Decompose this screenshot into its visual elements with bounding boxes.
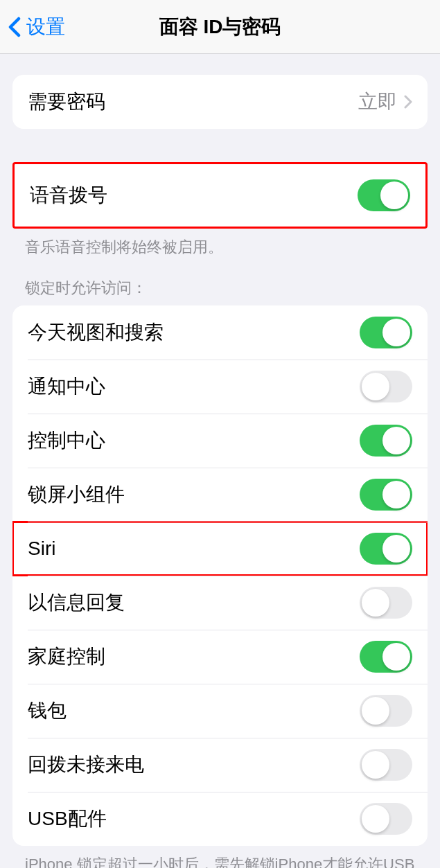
- usb-footer: iPhone 锁定超过一小时后，需先解锁iPhone才能允许USB 配件连接。: [0, 846, 440, 868]
- toggle-knob: [382, 535, 410, 563]
- locked-item-toggle[interactable]: [360, 479, 412, 511]
- toggle-knob: [362, 373, 389, 400]
- locked-item-row: 控制中心: [12, 414, 428, 468]
- locked-item-label: Siri: [28, 538, 55, 560]
- locked-item-row: 以信息回复: [12, 576, 428, 630]
- row-right: 立即: [358, 89, 412, 115]
- locked-item-row: 今天视图和搜索: [12, 305, 428, 360]
- locked-item-label: 今天视图和搜索: [28, 319, 164, 346]
- voice-dial-label: 语音拨号: [30, 182, 107, 209]
- locked-item-toggle[interactable]: [360, 533, 412, 565]
- require-passcode-row[interactable]: 需要密码 立即: [12, 75, 428, 129]
- back-button[interactable]: 设置: [0, 14, 65, 40]
- locked-item-row: 锁屏小组件: [12, 468, 428, 522]
- locked-access-header: 锁定时允许访问：: [0, 258, 440, 305]
- locked-item-toggle[interactable]: [360, 749, 412, 781]
- page-title: 面容 ID与密码: [159, 14, 281, 40]
- voice-dial-toggle[interactable]: [358, 179, 410, 211]
- locked-item-row: 钱包: [12, 684, 428, 738]
- locked-item-label: 回拨未接来电: [28, 752, 144, 778]
- locked-access-section: 今天视图和搜索通知中心控制中心锁屏小组件Siri以信息回复家庭控制钱包回拨未接来…: [12, 305, 428, 846]
- nav-bar: 设置 面容 ID与密码: [0, 0, 440, 54]
- locked-item-row: 通知中心: [12, 360, 428, 414]
- toggle-knob: [362, 751, 389, 779]
- locked-item-toggle[interactable]: [360, 587, 412, 619]
- locked-item-toggle[interactable]: [360, 695, 412, 727]
- chevron-left-icon: [8, 17, 21, 37]
- toggle-knob: [382, 319, 410, 346]
- locked-item-label: 以信息回复: [28, 590, 125, 616]
- locked-item-toggle[interactable]: [360, 371, 412, 402]
- toggle-knob: [362, 805, 389, 833]
- toggle-knob: [380, 181, 408, 209]
- passcode-section: 需要密码 立即: [12, 75, 428, 129]
- locked-item-toggle[interactable]: [360, 641, 412, 673]
- locked-item-row: USB配件: [12, 792, 428, 846]
- voice-dial-section: 语音拨号: [12, 162, 428, 229]
- toggle-knob: [362, 697, 389, 725]
- locked-item-label: 钱包: [28, 698, 67, 724]
- locked-item-label: 家庭控制: [28, 644, 105, 670]
- locked-item-label: 控制中心: [28, 427, 105, 454]
- back-label: 设置: [26, 14, 65, 40]
- locked-item-row: Siri: [12, 522, 428, 576]
- locked-item-row: 家庭控制: [12, 630, 428, 684]
- locked-item-label: 锁屏小组件: [28, 481, 125, 508]
- toggle-knob: [382, 643, 410, 671]
- chevron-right-icon: [404, 95, 412, 109]
- require-passcode-value: 立即: [358, 89, 397, 115]
- voice-dial-row: 语音拨号: [15, 164, 425, 227]
- voice-dial-footer: 音乐语音控制将始终被启用。: [0, 229, 440, 258]
- locked-item-toggle[interactable]: [360, 317, 412, 348]
- toggle-knob: [382, 427, 410, 454]
- toggle-knob: [382, 481, 410, 508]
- locked-item-toggle[interactable]: [360, 425, 412, 457]
- require-passcode-label: 需要密码: [28, 89, 105, 115]
- locked-item-row: 回拨未接来电: [12, 738, 428, 792]
- toggle-knob: [362, 589, 389, 617]
- locked-item-toggle[interactable]: [360, 803, 412, 835]
- locked-item-label: USB配件: [28, 806, 107, 832]
- locked-item-label: 通知中心: [28, 373, 105, 400]
